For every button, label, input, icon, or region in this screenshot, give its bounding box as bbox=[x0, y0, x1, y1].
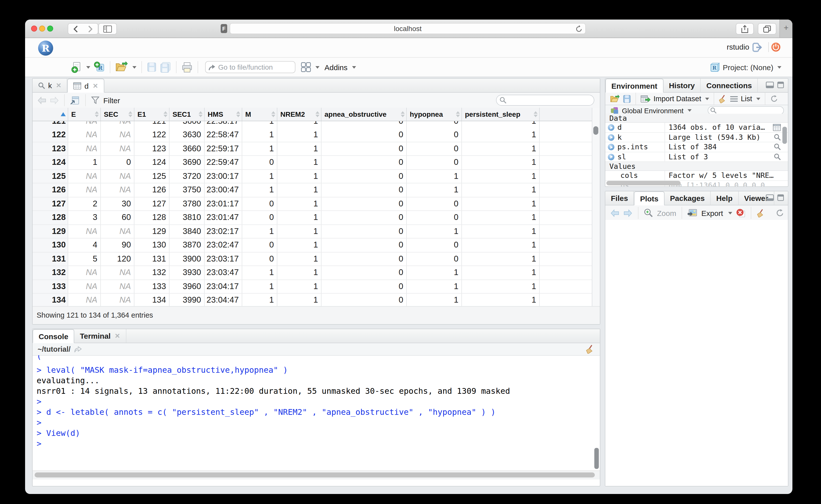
maximize-pane-icon[interactable] bbox=[777, 82, 784, 88]
list-view-icon[interactable] bbox=[730, 95, 738, 102]
expand-icon[interactable] bbox=[608, 154, 614, 160]
import-dropdown[interactable] bbox=[705, 97, 709, 100]
table-row[interactable]: 132NANA132393023:03:4711011 bbox=[33, 266, 600, 280]
plots-tab-help[interactable]: Help bbox=[711, 191, 739, 205]
addins-button[interactable]: Addins bbox=[325, 63, 348, 71]
new-file-icon[interactable] bbox=[71, 61, 82, 73]
workspace-panes-icon[interactable] bbox=[301, 62, 311, 72]
environment-scope-selector[interactable]: Global Environment bbox=[622, 106, 684, 114]
zoom-window-button[interactable] bbox=[47, 26, 53, 32]
new-file-dropdown[interactable] bbox=[86, 66, 90, 68]
viewer-tab-k[interactable]: k✕ bbox=[33, 79, 67, 92]
environment-search-input[interactable] bbox=[708, 106, 784, 115]
plots-tab-plots[interactable]: Plots bbox=[634, 191, 664, 205]
column-header-E[interactable]: E bbox=[68, 108, 101, 121]
export-plot-button[interactable]: Export bbox=[701, 209, 723, 217]
next-plot-icon[interactable] bbox=[624, 209, 633, 217]
new-tab-button[interactable]: + bbox=[779, 20, 792, 38]
export-dropdown[interactable] bbox=[728, 212, 732, 214]
table-row[interactable]: 129NANA129384023:02:1711011 bbox=[33, 225, 600, 238]
previous-plot-icon[interactable] bbox=[610, 209, 620, 217]
column-header-HMS[interactable]: HMS bbox=[204, 108, 242, 121]
environment-object-d[interactable]: d1364 obs. of 10 varia… bbox=[605, 123, 788, 133]
scope-dropdown[interactable] bbox=[688, 109, 692, 112]
rownum-header[interactable] bbox=[33, 108, 68, 121]
table-row[interactable]: 121NANA121360022:58:1711001 bbox=[33, 121, 600, 128]
column-header-M[interactable]: M bbox=[242, 108, 277, 121]
scrollbar-thumb[interactable] bbox=[35, 472, 595, 477]
clear-plots-broom-icon[interactable] bbox=[757, 209, 765, 217]
plots-tab-files[interactable]: Files bbox=[605, 191, 634, 205]
table-row[interactable]: 12410124369022:59:4701001 bbox=[33, 156, 600, 170]
open-file-dropdown[interactable] bbox=[132, 66, 136, 68]
table-row[interactable]: 127230127378023:01:1701001 bbox=[33, 197, 600, 211]
forward-path-icon[interactable] bbox=[73, 346, 81, 352]
close-tab-icon[interactable]: ✕ bbox=[115, 332, 120, 340]
browser-forward-button[interactable] bbox=[83, 23, 98, 35]
table-vertical-scrollbar[interactable] bbox=[592, 108, 600, 307]
close-tab-icon[interactable]: ✕ bbox=[93, 82, 98, 89]
minimize-pane-icon[interactable] bbox=[766, 82, 774, 88]
expand-icon[interactable] bbox=[608, 134, 614, 141]
open-file-icon[interactable] bbox=[115, 62, 128, 73]
environment-object-cols[interactable]: colsFactor w/ 5 levels "NRE… bbox=[605, 171, 788, 181]
close-tab-icon[interactable]: ✕ bbox=[56, 82, 61, 89]
column-header-apnea_obstructive[interactable]: apnea_obstructive bbox=[322, 108, 407, 121]
filter-icon[interactable] bbox=[91, 96, 99, 104]
expand-icon[interactable] bbox=[608, 124, 614, 131]
zoom-plot-icon[interactable] bbox=[644, 208, 653, 217]
console-vertical-scrollbar-thumb[interactable] bbox=[594, 448, 599, 469]
close-window-button[interactable] bbox=[31, 26, 37, 32]
environment-horizontal-scrollbar-thumb[interactable] bbox=[606, 181, 681, 185]
zoom-plot-button[interactable]: Zoom bbox=[657, 209, 676, 217]
panes-dropdown[interactable] bbox=[316, 66, 320, 68]
nav-forward-icon[interactable] bbox=[50, 96, 59, 104]
column-header-hypopnea[interactable]: hypopnea bbox=[407, 108, 462, 121]
project-selector[interactable]: R Project: (None) bbox=[710, 58, 781, 77]
open-object-icon[interactable] bbox=[774, 143, 781, 150]
save-workspace-icon[interactable] bbox=[623, 94, 631, 103]
quit-session-button[interactable] bbox=[771, 43, 780, 52]
environment-tab-history[interactable]: History bbox=[663, 79, 701, 92]
new-r-project-icon[interactable]: R bbox=[94, 61, 105, 73]
refresh-environment-icon[interactable] bbox=[771, 95, 778, 103]
list-view-button[interactable]: List bbox=[741, 95, 752, 103]
table-row[interactable]: 122NANA122363022:58:4711001 bbox=[33, 128, 600, 142]
tab-overview-button[interactable] bbox=[758, 23, 776, 35]
environment-object-sl[interactable]: slList of 3 bbox=[605, 152, 788, 162]
list-dropdown[interactable] bbox=[756, 97, 760, 100]
column-header-SEC[interactable]: SEC bbox=[101, 108, 134, 121]
environment-object-k[interactable]: kLarge list (594.3 Kb) bbox=[605, 133, 788, 142]
expand-icon[interactable] bbox=[608, 144, 614, 150]
table-row[interactable]: 134NANA134399023:04:4711011 bbox=[33, 294, 600, 307]
minimize-window-button[interactable] bbox=[39, 26, 45, 32]
nav-back-icon[interactable] bbox=[38, 96, 46, 104]
clear-console-broom-icon[interactable] bbox=[586, 345, 595, 354]
environment-tab-connections[interactable]: Connections bbox=[701, 79, 758, 92]
clear-environment-broom-icon[interactable] bbox=[719, 94, 727, 103]
address-bar[interactable]: localhost bbox=[230, 23, 586, 34]
plots-tab-packages[interactable]: Packages bbox=[665, 191, 711, 205]
open-object-icon[interactable] bbox=[774, 134, 781, 141]
export-plot-icon[interactable] bbox=[688, 209, 697, 217]
refresh-icon[interactable] bbox=[576, 25, 582, 33]
table-row[interactable]: 125NANA125372023:00:1711011 bbox=[33, 170, 600, 183]
table-row[interactable]: 128360128381023:01:4701001 bbox=[33, 211, 600, 225]
import-dataset-button[interactable]: Import Dataset bbox=[654, 95, 701, 103]
sidebar-toggle-button[interactable] bbox=[98, 23, 117, 35]
open-in-window-icon[interactable] bbox=[70, 95, 80, 105]
viewer-search-input[interactable] bbox=[496, 95, 594, 106]
table-row[interactable]: 123NANA123366022:59:1711001 bbox=[33, 142, 600, 156]
maximize-pane-icon[interactable] bbox=[777, 194, 784, 201]
environment-object-ps.ints[interactable]: ps.intsList of 384 bbox=[605, 142, 788, 152]
open-object-icon[interactable] bbox=[773, 124, 781, 131]
minimize-pane-icon[interactable] bbox=[766, 194, 774, 201]
import-dataset-icon[interactable] bbox=[641, 94, 651, 103]
addins-dropdown[interactable] bbox=[352, 66, 356, 68]
console-horizontal-scrollbar[interactable] bbox=[33, 470, 600, 479]
console-tab-terminal[interactable]: Terminal✕ bbox=[74, 329, 126, 343]
environment-vertical-scrollbar-thumb[interactable] bbox=[782, 127, 787, 144]
column-header-SEC1[interactable]: SEC1 bbox=[169, 108, 204, 121]
filter-button[interactable]: Filter bbox=[103, 96, 120, 104]
column-header-NREM2[interactable]: NREM2 bbox=[277, 108, 322, 121]
